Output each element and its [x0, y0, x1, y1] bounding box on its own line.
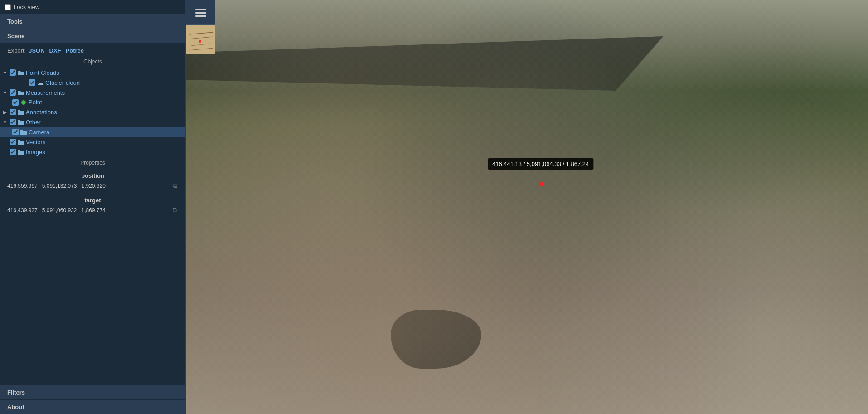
target-label: target [7, 195, 178, 205]
target-y: 5,091,060.932 [42, 207, 77, 214]
cloud-icon-glacier: ☁ [37, 79, 44, 86]
label-measurements: Measurements [26, 89, 65, 96]
viewport[interactable]: 416,441.13 / 5,091,064.33 / 1,867.24 [186, 0, 868, 414]
target-section: target 416,439.927 5,091,060.932 1,869.7… [0, 193, 185, 218]
checkbox-glacier-cloud[interactable] [29, 79, 35, 86]
folder-icon-annotations [17, 108, 24, 116]
folder-icon-measurements [17, 89, 24, 96]
label-images: Images [26, 149, 45, 156]
arrow-glacier-cloud [11, 79, 17, 86]
sidebar: Lock view Tools Scene Export: JSON DXF P… [0, 0, 186, 414]
tools-button[interactable]: Tools [0, 15, 185, 29]
svg-rect-1 [195, 12, 206, 14]
checkbox-vectors[interactable] [10, 139, 16, 145]
checkbox-measurements[interactable] [10, 89, 16, 96]
export-json-button[interactable]: JSON [29, 47, 44, 54]
target-values: 416,439.927 5,091,060.932 1,869.774 ⧉ [7, 205, 178, 216]
pos-z: 1,920.620 [81, 183, 105, 189]
position-values: 416,559.997 5,091,132.073 1,920.620 ⧉ [7, 180, 178, 191]
position-coords: 416,559.997 5,091,132.073 1,920.620 [7, 183, 106, 189]
position-section: position 416,559.997 5,091,132.073 1,920… [0, 169, 185, 193]
label-camera: Camera [29, 129, 49, 136]
folder-icon-camera [20, 128, 27, 136]
arrow-measurements: ▼ [2, 89, 8, 96]
label-annotations: Annotations [26, 109, 57, 116]
tree-item-measurements[interactable]: ▼ Measurements [0, 88, 185, 97]
red-dot-marker [540, 182, 544, 186]
tree-item-other[interactable]: ▼ Other [0, 117, 185, 127]
minimap-view[interactable] [186, 25, 215, 54]
label-glacier-cloud: Glacier cloud [45, 79, 80, 86]
about-button[interactable]: About [0, 399, 185, 414]
point-cloud-canvas: 416,441.13 / 5,091,064.33 / 1,867.24 [186, 0, 868, 414]
label-other: Other [26, 119, 41, 126]
svg-rect-0 [195, 9, 206, 10]
checkbox-other[interactable] [10, 119, 16, 125]
minimap-toggle-button[interactable] [186, 0, 215, 25]
export-label: Export: [7, 47, 26, 54]
tree-item-camera[interactable]: Camera [0, 127, 185, 137]
tree-item-point[interactable]: Point [0, 97, 185, 107]
checkbox-camera[interactable] [12, 129, 19, 135]
tree-item-images[interactable]: Images [0, 147, 185, 157]
label-point-clouds: Point Clouds [26, 69, 59, 76]
position-label: position [7, 170, 178, 180]
arrow-images [2, 149, 8, 155]
arrow-point-clouds: ▼ [2, 69, 8, 76]
svg-point-8 [199, 40, 201, 43]
point-overlay [186, 0, 868, 414]
export-dxf-button[interactable]: DXF [49, 47, 61, 54]
pos-x: 416,559.997 [7, 183, 38, 189]
checkbox-annotations[interactable] [10, 109, 16, 115]
copy-position-button[interactable]: ⧉ [172, 181, 178, 190]
checkbox-images[interactable] [10, 149, 16, 155]
objects-label: Objects [79, 58, 107, 65]
properties-label: Properties [76, 160, 110, 166]
tree-item-point-clouds[interactable]: ▼ Point Clouds [0, 68, 185, 78]
checkbox-point-clouds[interactable] [10, 69, 16, 76]
checkbox-point[interactable] [12, 99, 19, 106]
tree-item-glacier-cloud[interactable]: ☁ Glacier cloud [0, 78, 185, 88]
arrow-vectors [2, 139, 8, 145]
filters-button[interactable]: Filters [0, 385, 185, 399]
copy-target-button[interactable]: ⧉ [172, 205, 178, 215]
properties-header: Properties [0, 157, 185, 169]
lock-view-checkbox[interactable] [5, 4, 11, 10]
folder-icon-point-clouds [17, 69, 24, 76]
pos-y: 5,091,132.073 [42, 183, 77, 189]
dot-icon-point [21, 100, 26, 105]
folder-icon-images [17, 148, 24, 156]
scene-button[interactable]: Scene [0, 29, 185, 44]
lock-view-row: Lock view [0, 0, 185, 15]
minimap [186, 0, 215, 54]
target-coords: 416,439.927 5,091,060.932 1,869.774 [7, 207, 106, 214]
arrow-annotations: ▶ [2, 109, 8, 115]
target-z: 1,869.774 [81, 207, 105, 214]
export-row: Export: JSON DXF Potree [0, 44, 185, 56]
objects-header: Objects [0, 56, 185, 68]
target-x: 416,439.927 [7, 207, 38, 214]
tree-item-vectors[interactable]: Vectors [0, 137, 185, 147]
label-vectors: Vectors [26, 139, 45, 146]
tree-item-annotations[interactable]: ▶ Annotations [0, 107, 185, 117]
arrow-other: ▼ [2, 119, 8, 125]
svg-rect-2 [195, 15, 206, 17]
folder-icon-vectors [17, 138, 24, 146]
lock-view-label: Lock view [14, 4, 39, 10]
export-potree-button[interactable]: Potree [66, 47, 84, 54]
folder-icon-other [17, 118, 24, 126]
label-point: Point [29, 99, 42, 106]
